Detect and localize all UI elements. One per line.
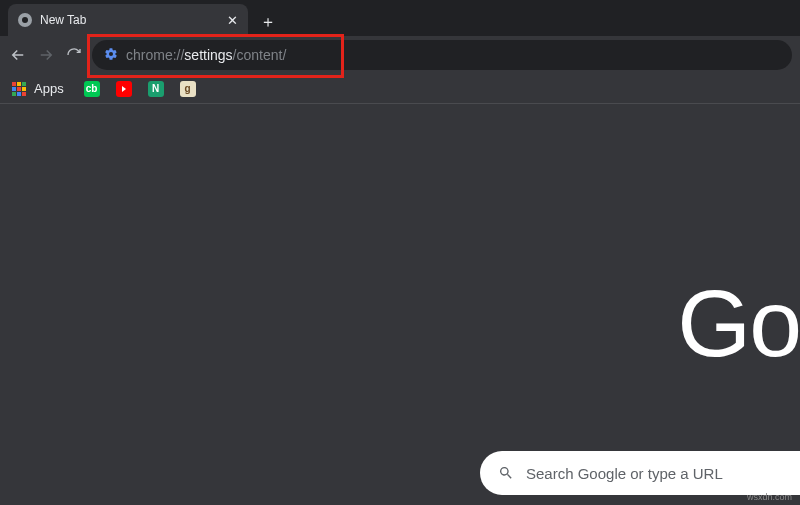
browser-tab[interactable]: New Tab ✕ <box>8 4 248 36</box>
new-tab-button[interactable]: ＋ <box>254 8 282 36</box>
google-logo: Go <box>677 269 800 378</box>
apps-label: Apps <box>34 81 64 96</box>
bookmark-goodreads-icon[interactable]: g <box>180 81 196 97</box>
bookmark-youtube-icon[interactable] <box>116 81 132 97</box>
chrome-icon <box>18 13 32 27</box>
apps-grid-icon <box>12 82 26 96</box>
ntp-search-box[interactable]: Search Google or type a URL <box>480 451 800 495</box>
bookmark-cb-icon[interactable]: cb <box>84 81 100 97</box>
bookmark-icons: cb N g <box>84 81 196 97</box>
address-bar[interactable]: chrome://settings/content/ <box>92 40 792 70</box>
tab-strip: New Tab ✕ ＋ <box>0 0 800 36</box>
search-icon <box>498 465 514 481</box>
back-button[interactable] <box>8 45 28 65</box>
bookmarks-bar: Apps cb N g <box>0 74 800 104</box>
tab-title: New Tab <box>40 13 86 27</box>
close-tab-icon[interactable]: ✕ <box>227 13 238 28</box>
search-placeholder: Search Google or type a URL <box>526 465 723 482</box>
reload-button[interactable] <box>64 45 84 65</box>
apps-shortcut[interactable]: Apps <box>12 81 64 96</box>
toolbar: chrome://settings/content/ <box>0 36 800 74</box>
address-text: chrome://settings/content/ <box>126 47 286 63</box>
settings-gear-icon <box>104 47 118 64</box>
forward-button[interactable] <box>36 45 56 65</box>
page-content: Go Search Google or type a URL <box>0 104 800 505</box>
bookmark-evernote-icon[interactable]: N <box>148 81 164 97</box>
watermark: wsxdn.com <box>747 492 792 502</box>
